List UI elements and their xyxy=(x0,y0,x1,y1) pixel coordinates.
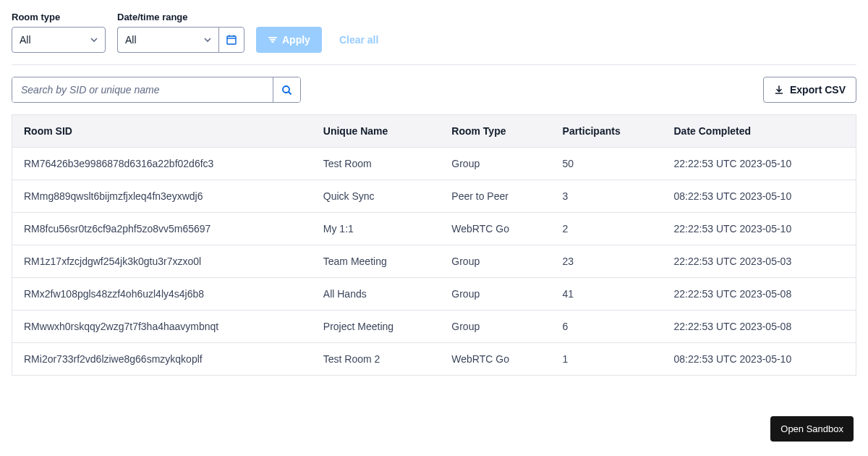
cell-type: Group xyxy=(440,148,550,180)
cell-participants: 41 xyxy=(551,278,663,311)
cell-name: All Hands xyxy=(312,278,441,311)
cell-sid: RMwwxh0rskqqy2wzg7t7f3ha4haavymbnqt xyxy=(12,311,312,343)
toolbar: Export CSV xyxy=(12,77,856,103)
rooms-table: Room SID Unique Name Room Type Participa… xyxy=(12,114,856,376)
cell-participants: 50 xyxy=(551,148,663,180)
filters-bar: Room type All Date/time range All xyxy=(12,12,856,65)
table-row[interactable]: RMmg889qwslt6bijmzfjxleq4fn3eyxwdj6Quick… xyxy=(12,180,856,213)
cell-participants: 2 xyxy=(551,213,663,245)
search-group xyxy=(12,77,301,103)
svg-rect-0 xyxy=(227,36,236,44)
cell-sid: RM1z17xfzcjdgwf254jk3k0gtu3r7xzxo0l xyxy=(12,245,312,278)
cell-completed: 22:22:53 UTC 2023-05-10 xyxy=(663,213,856,245)
cell-name: Quick Sync xyxy=(312,180,441,213)
calendar-icon xyxy=(226,34,237,46)
cell-completed: 22:22:53 UTC 2023-05-10 xyxy=(663,148,856,180)
calendar-button[interactable] xyxy=(218,27,244,53)
svg-line-11 xyxy=(289,92,292,95)
search-icon xyxy=(281,85,292,96)
datetime-label: Date/time range xyxy=(117,12,244,22)
room-type-label: Room type xyxy=(12,12,106,22)
cell-name: Team Meeting xyxy=(312,245,441,278)
export-csv-button[interactable]: Export CSV xyxy=(763,77,856,103)
cell-completed: 08:22:53 UTC 2023-05-10 xyxy=(663,343,856,376)
cell-completed: 22:22:53 UTC 2023-05-08 xyxy=(663,278,856,311)
datetime-select[interactable]: All xyxy=(117,27,218,53)
cell-participants: 6 xyxy=(551,311,663,343)
cell-type: Group xyxy=(440,278,550,311)
cell-participants: 3 xyxy=(551,180,663,213)
cell-type: Peer to Peer xyxy=(440,180,550,213)
cell-sid: RM8fcu56sr0tz6cf9a2phf5zo8vv5m65697 xyxy=(12,213,312,245)
table-row[interactable]: RM8fcu56sr0tz6cf9a2phf5zo8vv5m65697My 1:… xyxy=(12,213,856,245)
cell-completed: 22:22:53 UTC 2023-05-08 xyxy=(663,311,856,343)
cell-sid: RMx2fw108pgls48zzf4oh6uzl4ly4s4j6b8 xyxy=(12,278,312,311)
cell-sid: RMi2or733rf2vd6lziwe8g66smzykqkoplf xyxy=(12,343,312,376)
col-room-type: Room Type xyxy=(440,115,550,148)
col-room-sid: Room SID xyxy=(12,115,312,148)
apply-label: Apply xyxy=(282,34,310,46)
cell-name: My 1:1 xyxy=(312,213,441,245)
cell-name: Test Room xyxy=(312,148,441,180)
search-input[interactable] xyxy=(12,77,273,102)
clear-all-button[interactable]: Clear all xyxy=(333,27,384,53)
room-type-filter: Room type All xyxy=(12,12,106,53)
cell-name: Test Room 2 xyxy=(312,343,441,376)
filter-icon xyxy=(268,35,278,45)
cell-participants: 23 xyxy=(551,245,663,278)
room-type-select[interactable]: All xyxy=(12,27,106,53)
search-button[interactable] xyxy=(273,77,300,102)
export-label: Export CSV xyxy=(790,84,846,96)
cell-name: Project Meeting xyxy=(312,311,441,343)
chevron-down-icon xyxy=(204,36,211,43)
cell-type: WebRTC Go xyxy=(440,213,550,245)
datetime-value: All xyxy=(125,34,137,46)
table-row[interactable]: RMwwxh0rskqqy2wzg7t7f3ha4haavymbnqtProje… xyxy=(12,311,856,343)
svg-point-10 xyxy=(283,86,289,93)
apply-button[interactable]: Apply xyxy=(256,27,322,53)
chevron-down-icon xyxy=(90,36,98,43)
room-type-value: All xyxy=(20,34,31,46)
table-row[interactable]: RMx2fw108pgls48zzf4oh6uzl4ly4s4j6b8All H… xyxy=(12,278,856,311)
cell-type: Group xyxy=(440,311,550,343)
col-date-completed: Date Completed xyxy=(663,115,856,148)
table-row[interactable]: RMi2or733rf2vd6lziwe8g66smzykqkoplfTest … xyxy=(12,343,856,376)
table-row[interactable]: RM76426b3e9986878d6316a22bf02d6fc3Test R… xyxy=(12,148,856,180)
download-icon xyxy=(774,85,784,95)
cell-completed: 08:22:53 UTC 2023-05-10 xyxy=(663,180,856,213)
cell-participants: 1 xyxy=(551,343,663,376)
cell-completed: 22:22:53 UTC 2023-05-03 xyxy=(663,245,856,278)
datetime-filter: Date/time range All xyxy=(117,12,244,53)
cell-sid: RMmg889qwslt6bijmzfjxleq4fn3eyxwdj6 xyxy=(12,180,312,213)
cell-sid: RM76426b3e9986878d6316a22bf02d6fc3 xyxy=(12,148,312,180)
col-participants: Participants xyxy=(551,115,663,148)
table-header-row: Room SID Unique Name Room Type Participa… xyxy=(12,115,856,148)
table-row[interactable]: RM1z17xfzcjdgwf254jk3k0gtu3r7xzxo0lTeam … xyxy=(12,245,856,278)
cell-type: Group xyxy=(440,245,550,278)
cell-type: WebRTC Go xyxy=(440,343,550,376)
col-unique-name: Unique Name xyxy=(312,115,441,148)
